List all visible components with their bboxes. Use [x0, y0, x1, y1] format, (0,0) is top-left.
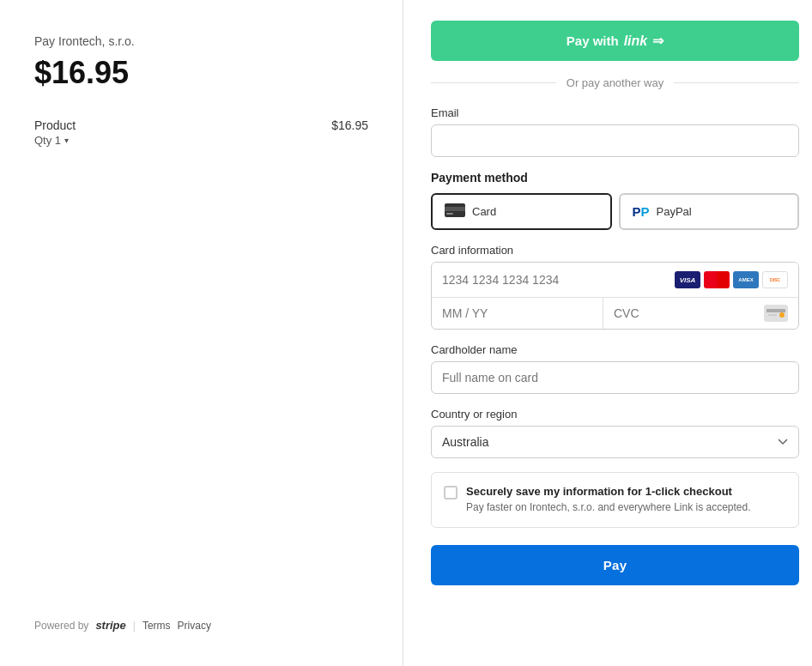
svg-point-6	[779, 312, 785, 318]
card-icon	[445, 203, 465, 220]
save-title: Securely save my information for 1-click…	[466, 485, 751, 498]
qty-label: Qty 1	[34, 134, 61, 147]
cvc-icon	[764, 305, 788, 322]
svg-rect-1	[445, 207, 465, 211]
footer-separator: |	[133, 620, 136, 632]
svg-rect-5	[768, 314, 777, 316]
save-info-section: Securely save my information for 1-click…	[431, 472, 799, 528]
card-fields: VISA AMEX DISC	[431, 262, 799, 330]
or-separator: Or pay another way	[431, 76, 799, 89]
cardholder-section: Cardholder name	[431, 343, 799, 394]
payment-method-section: Payment method Card PP PayPal	[431, 171, 799, 244]
left-footer: Powered by stripe | Terms Privacy	[34, 619, 368, 632]
visa-logo: VISA	[675, 271, 700, 288]
stripe-logo: stripe	[95, 619, 125, 632]
merchant-label: Pay Irontech, s.r.o.	[34, 34, 368, 48]
cvc-input[interactable]	[614, 298, 764, 329]
or-text: Or pay another way	[567, 76, 664, 89]
cardholder-label: Cardholder name	[431, 343, 799, 356]
product-price: $16.95	[331, 118, 368, 132]
amount: $16.95	[34, 55, 368, 91]
amex-logo: AMEX	[733, 271, 759, 288]
email-input[interactable]	[431, 124, 799, 157]
save-info-checkbox[interactable]	[444, 486, 458, 499]
privacy-link[interactable]: Privacy	[178, 620, 211, 632]
tab-card-label: Card	[472, 205, 496, 218]
country-select[interactable]: Australia United States United Kingdom C…	[431, 426, 799, 458]
powered-by-label: Powered by	[34, 620, 88, 632]
right-panel: Pay with link ⇒ Or pay another way Email…	[403, 0, 812, 666]
tab-paypal-label: PayPal	[657, 205, 692, 218]
cvc-row	[603, 298, 798, 329]
card-number-row: VISA AMEX DISC	[432, 263, 798, 298]
terms-link[interactable]: Terms	[142, 620, 171, 632]
link-button-prefix: Pay with	[567, 33, 619, 48]
mastercard-logo	[704, 271, 730, 288]
or-line-left	[431, 82, 556, 83]
svg-rect-2	[446, 213, 453, 215]
chevron-down-icon: ▾	[64, 136, 69, 145]
payment-tabs: Card PP PayPal	[431, 193, 799, 230]
qty-selector[interactable]: Qty 1 ▾	[34, 134, 76, 147]
country-section: Country or region Australia United State…	[431, 408, 799, 458]
left-panel: Pay Irontech, s.r.o. $16.95 Product Qty …	[0, 0, 403, 666]
order-row: Product Qty 1 ▾ $16.95	[34, 118, 368, 147]
payment-method-label: Payment method	[431, 171, 799, 185]
link-brand: link	[624, 33, 648, 49]
paypal-icon: PP	[633, 204, 650, 219]
save-desc: Pay faster on Irontech, s.r.o. and every…	[466, 500, 751, 515]
card-info-label: Card information	[431, 244, 799, 257]
expiry-input[interactable]	[432, 298, 603, 329]
cardholder-input[interactable]	[431, 361, 799, 394]
link-arrow-icon: ⇒	[652, 33, 664, 49]
email-label: Email	[431, 106, 799, 119]
email-section: Email	[431, 106, 799, 157]
card-number-input[interactable]	[442, 273, 675, 287]
card-logos: VISA AMEX DISC	[675, 271, 788, 288]
card-info-section: Card information VISA AMEX DISC	[431, 244, 799, 330]
or-line-right	[674, 82, 799, 83]
discover-logo: DISC	[762, 271, 788, 288]
pay-with-link-button[interactable]: Pay with link ⇒	[431, 21, 799, 61]
pay-button[interactable]: Pay	[431, 545, 799, 585]
svg-rect-4	[767, 309, 785, 312]
tab-paypal[interactable]: PP PayPal	[619, 193, 800, 230]
country-label: Country or region	[431, 408, 799, 421]
product-name: Product	[34, 118, 76, 132]
tab-card[interactable]: Card	[431, 193, 612, 230]
save-text-block: Securely save my information for 1-click…	[466, 485, 751, 515]
card-bottom-row	[432, 298, 798, 329]
